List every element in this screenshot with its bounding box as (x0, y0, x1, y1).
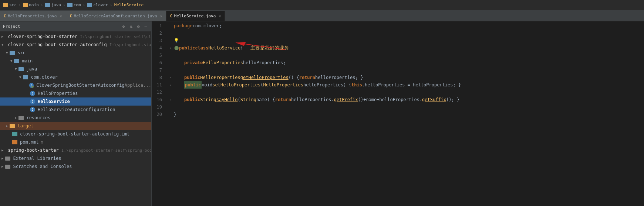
ln-6: 6 (152, 59, 162, 66)
sidebar-item-pom[interactable]: pom.xml m (0, 138, 151, 146)
sidebar-item-clover-starter[interactable]: clover-spring-boot-starter I:\springboot… (0, 32, 151, 41)
ln-7: 7 (152, 66, 162, 74)
fold-20[interactable] (168, 111, 173, 118)
sidebar-java-label: java (26, 66, 37, 72)
tab-close-helloserviceautoconfig[interactable]: ✕ (160, 14, 162, 18)
sidebar-collapse-icon[interactable]: ⇅ (128, 24, 134, 29)
sidebar-target-label: target (17, 123, 33, 128)
sidebar-scratches-label: Scratches and Consoles (13, 164, 72, 169)
code-line-19 (168, 103, 644, 111)
fold-1[interactable] (168, 22, 173, 30)
editor[interactable]: 1 2 3 4 5 6 7 8 11 12 16 19 20 package c… (152, 21, 644, 206)
tab-helloproperties[interactable]: C HelloProperties.java ✕ (0, 11, 66, 21)
gutter-icon-4[interactable]: ⬤ (174, 44, 179, 52)
sidebar-item-hello-properties[interactable]: C HelloProperties (0, 89, 151, 97)
sidebar-item-autoconfig[interactable]: clover-spring-boot-starter-autoconfig I:… (0, 41, 151, 49)
fold-3[interactable] (168, 37, 173, 44)
breadcrumb-helloservice[interactable]: HelloService (114, 3, 144, 7)
sidebar-item-hello-service-autoconfig[interactable]: C HelloServiceAutoConfiguration (0, 106, 151, 114)
breadcrumb-main[interactable]: main (23, 3, 39, 7)
breadcrumb-java[interactable]: java (45, 3, 61, 7)
sidebar-item-src[interactable]: src (0, 49, 151, 57)
file-c-icon-hs: C (30, 99, 35, 104)
breadcrumb-src[interactable]: src (3, 3, 17, 7)
sidebar-iml-label: clover-spring-boot-starter-autoconfig.im… (20, 131, 129, 137)
tab-helloservice[interactable]: C HelloService.java ✕ (166, 11, 225, 21)
code-area[interactable]: package com.clover; 💡 ▾ ⬤ p (165, 21, 644, 206)
sidebar-settings-icon[interactable]: ⚙ (136, 24, 141, 29)
gutter-icon-3[interactable]: 💡 (174, 37, 179, 44)
tab-helloproperties-label: HelloProperties.java (8, 14, 57, 18)
breadcrumb-clover[interactable]: clover (87, 3, 108, 7)
annotation-text: 主要是我们的业务 (250, 44, 289, 52)
sidebar-sbs-path: I:\springboot-starter-self\spring-boot (61, 148, 151, 153)
sidebar-item-main[interactable]: main (0, 57, 151, 65)
fold-4[interactable]: ▾ (168, 44, 173, 52)
folder-java-icon (18, 67, 24, 71)
sidebar-clover-starter-path: I:\springboot-starter-self\clove (80, 34, 151, 39)
fold-2[interactable] (168, 30, 173, 37)
fold-11[interactable]: ▸ (168, 81, 173, 89)
tab-close-helloproperties[interactable]: ✕ (60, 14, 62, 18)
tri-icon (1, 35, 3, 38)
breadcrumb-main-label: main (29, 3, 39, 7)
fold-19[interactable] (168, 103, 173, 111)
type-string-16: String (200, 96, 216, 103)
sidebar-item-resources[interactable]: resources (0, 114, 151, 122)
fold-8[interactable]: ▸ (168, 74, 173, 81)
breadcrumb-sep-5: › (110, 3, 112, 7)
brace-open-4: { (240, 44, 243, 52)
fold-5[interactable] (168, 52, 173, 59)
fold-12[interactable] (168, 89, 173, 96)
sidebar-resources-label: resources (26, 115, 50, 120)
sidebar-item-target[interactable]: target (0, 122, 151, 130)
tri-icon (1, 148, 3, 152)
tab-helloserviceautoconfig[interactable]: C HelloServiceAutoConfiguration.java ✕ (66, 11, 166, 21)
sidebar-item-clover-app[interactable]: C CloverSpringBootStarterAutoconfigAppli… (0, 81, 151, 89)
file-m-icon (12, 140, 17, 144)
code-line-6: private HelloProperties helloProperties; (168, 59, 644, 66)
fold-6[interactable] (168, 59, 173, 66)
breadcrumb-java-label: java (51, 3, 61, 7)
kw-public-4: public (179, 44, 195, 52)
sidebar-hello-service-label: HelloService (38, 99, 70, 104)
sidebar-item-java[interactable]: java (0, 65, 151, 73)
sidebar-com-clover-label: com.clover (31, 75, 57, 80)
sidebar-minimize-icon[interactable]: — (143, 24, 148, 29)
fold-16[interactable]: ▸ (168, 96, 173, 103)
sidebar-hello-properties-label: HelloProperties (38, 91, 78, 96)
tri-icon (1, 165, 3, 168)
sidebar-item-com-clover[interactable]: com.clover (0, 73, 151, 81)
breadcrumb-sep-3: › (63, 3, 65, 7)
param-name-16: name (256, 96, 267, 103)
folder-main-icon (23, 3, 28, 7)
sidebar-item-hello-service[interactable]: C HelloService (0, 97, 151, 106)
kw-class-4: class (195, 44, 208, 52)
sidebar-item-external-libraries[interactable]: External Libraries (0, 154, 151, 162)
sidebar-clover-starter-label: clover-spring-boot-starter (8, 34, 77, 39)
fold-7[interactable] (168, 66, 173, 74)
field-11: helloProperties = helloProperties; } (365, 81, 461, 89)
field-hp-16: helloProperties. (291, 96, 334, 103)
ln-12: 12 (152, 89, 162, 96)
breadcrumb-com[interactable]: com (67, 3, 81, 7)
folder-target-icon (10, 124, 15, 128)
pom-m-indicator: m (41, 140, 43, 144)
tab-icon-helloservice: C (170, 14, 172, 18)
var-8: helloProperties; } (315, 74, 363, 81)
code-line-20: } (168, 111, 644, 118)
folder-src-icon (3, 3, 8, 7)
sidebar-autoconfig-label: clover-spring-boot-starter-autoconfig (8, 42, 107, 47)
sidebar: Project ⊕ ⇅ ⚙ — clover-spring-boot-start… (0, 21, 152, 206)
line-numbers: 1 2 3 4 5 6 7 8 11 12 16 19 20 (152, 21, 165, 206)
ln-19: 19 (152, 103, 162, 111)
tab-close-helloservice[interactable]: ✕ (219, 14, 221, 18)
dot-11: . (362, 81, 365, 89)
sidebar-expand-icon[interactable]: ⊕ (121, 24, 126, 29)
sidebar-item-spring-boot-starter[interactable]: spring-boot-starter I:\springboot-starte… (0, 146, 151, 154)
kw-public-11: public (184, 81, 202, 89)
sidebar-item-scratches[interactable]: Scratches and Consoles (0, 162, 151, 171)
folder-resources-icon (18, 116, 24, 120)
folder-com-clover-icon (23, 75, 28, 79)
sidebar-item-iml[interactable]: clover-spring-boot-starter-autoconfig.im… (0, 130, 151, 138)
